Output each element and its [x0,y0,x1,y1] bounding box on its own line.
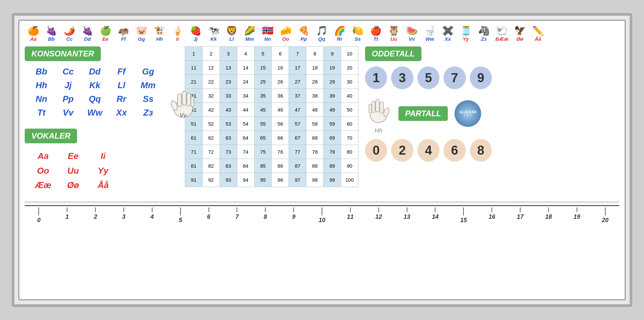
number-cell: 22 [202,75,220,89]
svg-rect-9 [376,100,379,112]
tick-mark [322,207,322,215]
number-cell: 34 [237,89,254,103]
number-cell: 7 [289,47,306,61]
alpha-label: Ii [176,36,179,42]
consonant-letter: Cc [55,65,81,78]
alpha-label: BÆæ [495,36,508,42]
alpha-icon: ✏️ [532,26,544,35]
number-cell: 44 [237,103,254,117]
number-line-item: 6 [195,207,223,224]
even-number-bubble: 8 [470,139,492,162]
tick-mark [350,207,351,212]
alpha-item: 🐮 Hh [151,26,168,42]
svg-rect-11 [369,104,372,113]
consonant-letter: Vv [55,106,81,119]
number-cell: 81 [185,159,203,173]
number-cell: 84 [237,159,254,173]
number-cell: 17 [289,61,306,75]
tick-mark [209,207,209,212]
right-section: ODDETALL 13579 [365,46,492,165]
alpha-item: 🍎 Tt [367,26,384,42]
right-mid: Hh PARTALL ALLE KAN ✦ ✦ ✦ [365,93,492,134]
number-cell: 75 [254,145,272,159]
alpha-label: Ff [121,36,126,42]
alpha-icon: 🌈 [334,26,346,35]
number-line-item: 15 [449,207,478,224]
alpha-icon: 🍕 [298,26,310,35]
consonant-letter: Xx [108,106,135,119]
number-cell: 65 [254,131,272,145]
tick-mark [67,207,67,212]
partall-label: PARTALL [398,106,448,121]
alpha-label: Aa [30,36,36,42]
tick-number: 0 [37,217,40,224]
number-line-bar [25,205,619,206]
tick-container: 0 1 2 3 4 5 6 7 8 9 10 11 12 13 [25,207,619,224]
alpha-icon: ✖️ [442,26,454,35]
number-cell: 2 [202,47,220,61]
number-cell: 94 [237,173,254,187]
alpha-label: Uu [390,36,397,42]
alpha-label: Jj [194,36,198,42]
consonant-letter: Nn [28,93,55,106]
number-line-item: 9 [280,207,308,224]
alpha-icon: 🇳🇴 [262,26,274,35]
tick-mark [123,207,124,212]
consonant-letter: Kk [81,79,108,92]
alpha-label: Tt [373,36,378,42]
tick-number: 6 [207,213,211,220]
svg-rect-2 [178,94,182,107]
alpha-label: Vv [409,36,415,42]
number-cell: 57 [289,117,306,131]
tick-mark [520,207,521,212]
tick-mark [152,207,152,212]
number-cell: 61 [185,131,203,145]
tick-mark [407,207,407,212]
number-cell: 63 [220,131,237,145]
hand-left-label: Vv [180,112,187,119]
alpha-item: 🍓 Jj [187,26,204,42]
alpha-item: 🌽 Mm [241,26,258,42]
tick-mark [180,207,181,215]
alpha-icon: 🦉 [388,26,400,35]
number-cell: 3 [220,47,237,61]
alpha-icon: 🚽 [424,26,436,35]
number-cell: 100 [341,173,358,187]
tick-mark [237,207,237,212]
odd-bubbles: 13579 [365,66,492,89]
alpha-icon: 🍇 [82,26,93,35]
vowels-section: VOKALER AaEeIiOoUuYyÆæØøÅå [25,129,178,192]
alpha-icon: 🍇 [46,26,57,35]
number-cell: 62 [202,131,220,145]
alpha-item: 🍕 Pp [295,26,312,42]
outer-frame: 🍊 Aa 🍇 Bb 🌶️ Cc 🍇 Dd 🍏 Ee 🦛 Ff 🐷 Gg 🐮 Hh… [12,13,632,307]
odd-number-bubble: 5 [417,66,439,89]
alpha-item: 🚽 Ww [421,26,438,42]
number-cell: 28 [306,75,324,89]
odd-number-bubble: 3 [391,66,413,89]
number-cell: 56 [272,117,289,131]
number-cell: 89 [324,159,341,173]
number-line-item: 19 [563,207,591,224]
tick-number: 12 [375,213,382,220]
number-cell: 25 [254,75,272,89]
alpha-label: Øø [517,36,524,42]
number-cell: 71 [185,145,203,159]
alpha-item: 🐄 Kk [205,26,222,42]
number-line-item: 13 [393,207,421,224]
number-cell: 96 [272,173,289,187]
alpha-icon: 🐷 [136,26,147,35]
alpha-icon: 🍋 [352,26,364,35]
number-cell: 5 [254,47,272,61]
svg-rect-8 [380,102,383,113]
tick-number: 7 [235,213,239,220]
number-line-item: 1 [53,207,81,224]
tick-number: 8 [264,213,267,220]
alphabet-row: 🍊 Aa 🍇 Bb 🌶️ Cc 🍇 Dd 🍏 Ee 🦛 Ff 🐷 Gg 🐮 Hh… [25,26,619,42]
consonant-letter: Pp [55,93,81,106]
even-number-bubble: 2 [391,139,413,162]
number-line-item: 3 [110,207,138,224]
alpha-item: ✖️ Xx [439,26,456,42]
consonant-letter: Mm [135,79,162,92]
number-cell: 16 [272,61,289,75]
